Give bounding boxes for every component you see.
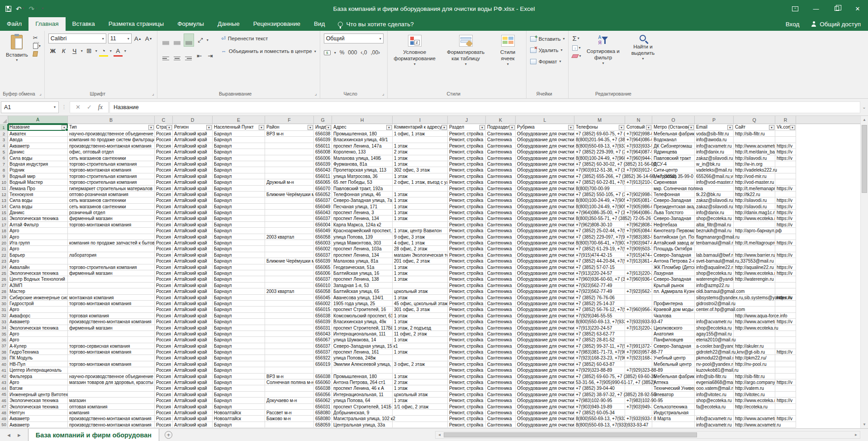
cell-A3[interactable]: Авода (8, 137, 68, 143)
cell-H30[interactable]: 1905 года улица, 25 (332, 301, 393, 307)
cell-K40[interactable]: Сантехника (486, 361, 516, 367)
cell-L19[interactable]: Оборудование для очистки воды (516, 234, 574, 240)
cell-H9[interactable]: улица Матросова, 36 (332, 173, 393, 179)
cell-H4[interactable]: проспект Ленина, 147а (332, 143, 393, 149)
cell-H29[interactable]: Аванесова улица, 134/1 (332, 295, 393, 301)
cell-H3[interactable]: Власихинская улица, 49/1 (332, 137, 393, 143)
underline-dropdown-icon[interactable]: ▾ (81, 49, 83, 53)
cell-P6[interactable]: zakaz@silavodi.ru (695, 155, 734, 161)
row-header-29[interactable]: 29 (0, 295, 8, 301)
cell-L5[interactable]: Оборудование для очистки воды (516, 149, 574, 155)
align-middle-button[interactable] (172, 34, 182, 46)
borders-button[interactable]: ⊞ (85, 46, 94, 55)
cell-C37[interactable]: Россия (155, 343, 173, 349)
cell-E36[interactable]: Барнаул (213, 337, 265, 343)
cell-G36[interactable]: 656067 (314, 337, 332, 343)
cell-A18[interactable]: Арго (8, 228, 68, 234)
cell-B6[interactable]: сеть магазинов сантехники (68, 155, 155, 161)
cell-H10[interactable]: 65 лет Победы, 53 (332, 179, 393, 185)
cell-G35[interactable]: 656043 (314, 331, 332, 337)
cell-A10[interactable]: Водный Мастер (8, 179, 68, 185)
cell-C45[interactable]: Россия (155, 392, 173, 398)
cell-K6[interactable]: Сантехника (486, 155, 516, 161)
cell-F6[interactable] (265, 155, 314, 161)
cell-I29[interactable]: 1 этаж (393, 295, 448, 301)
cell-L13[interactable]: Оборудование для очистки воды (516, 197, 574, 203)
cell-M46[interactable]: +7(983)102-90-95 (574, 398, 625, 403)
cell-B11[interactable]: гипермаркет строительных материалов (68, 186, 155, 192)
cell-A38[interactable]: ГидроТехника (8, 349, 68, 355)
cell-F47[interactable] (265, 404, 314, 410)
cell-Q3[interactable] (734, 137, 775, 143)
cell-P5[interactable]: info@danix.ru (695, 149, 734, 155)
cell-L34[interactable]: Оборудование для очистки воды (516, 325, 574, 331)
cell-P31[interactable]: center.of.hp@gmail.com (695, 307, 734, 312)
cell-P30[interactable]: gidrostroi2@mail.ru (695, 301, 734, 307)
cell-A6[interactable]: Сила воды (8, 155, 68, 161)
cell-G5[interactable]: 656008 (314, 149, 332, 155)
cell-C25[interactable]: Россия (155, 270, 173, 276)
cell-K3[interactable]: Сантехника (486, 137, 516, 143)
cell-J36[interactable]: Ремонт, стройка (448, 337, 486, 343)
restore-button[interactable] (826, 0, 847, 17)
tab-formulas[interactable]: Формулы (171, 17, 211, 31)
cell-N4[interactable]: +7(933)933-93-47 (625, 143, 652, 149)
cell-B29[interactable]: монтажная компания (68, 295, 155, 301)
cell-K39[interactable]: Сантехника (486, 355, 516, 361)
cell-H37[interactable]: Северо-Западная улица, 15 к1 (332, 343, 393, 349)
cell-J38[interactable]: Ремонт, стройка (448, 349, 486, 355)
cell-G26[interactable]: 656037 (314, 276, 332, 282)
cancel-entry-button[interactable]: ✕ (76, 104, 81, 110)
cell-Q43[interactable]: http://argo.company (734, 379, 775, 385)
cell-K47[interactable]: Сантехника (486, 404, 516, 410)
cell-D41[interactable]: Алтайский край (173, 367, 213, 373)
cell-Q18[interactable]: http://арго-барнаул.рф (734, 228, 775, 234)
cell-C26[interactable]: Россия (155, 276, 173, 282)
cell-M4[interactable]: 8(800)550-69-13, +7(933)933-93-47 (574, 143, 625, 149)
cell-E13[interactable]: Барнаул (213, 197, 265, 203)
cell-R47[interactable] (775, 404, 796, 410)
filter-dropdown-icon[interactable]: ▼ (769, 125, 774, 130)
row-header-27[interactable]: 27 (0, 283, 8, 288)
cell-G18[interactable]: 656049 (314, 228, 332, 234)
cell-H31[interactable]: проспект Строителей, 16 (332, 307, 393, 312)
share-button[interactable]: Общий доступ (811, 21, 861, 28)
cell-K43[interactable]: Сантехника (486, 379, 516, 385)
cell-R31[interactable] (775, 307, 796, 312)
cell-A15[interactable]: Даникс (8, 210, 68, 216)
header-cell-F1[interactable]: Район▼ (265, 124, 314, 131)
cell-O31[interactable]: Краевой дом моды (652, 307, 695, 312)
column-header-P[interactable]: P (695, 116, 734, 124)
cell-J24[interactable]: Ремонт, стройка (448, 264, 486, 270)
cell-M29[interactable]: +7 (3852) 76-76-06 (574, 295, 625, 301)
cell-J45[interactable]: Ремонт, стройка (448, 392, 486, 398)
cell-M7[interactable]: +7 (3852) 60-30-02, +7 (3852) 31-56-00 (574, 161, 625, 167)
cell-R6[interactable]: https://v (775, 155, 796, 161)
cell-M37[interactable]: +7 (3852) 99-37-11, +7(991)372-70-15, (574, 343, 625, 349)
cell-E40[interactable]: Барнаул (213, 361, 265, 367)
cell-O20[interactable]: Алтайский завод агрегатов (652, 240, 695, 246)
cell-P50[interactable]: info@acvametr.ru (695, 422, 734, 428)
cell-O35[interactable]: Анатолия (652, 331, 695, 337)
vertical-scroll-thumb[interactable] (862, 125, 867, 193)
cell-E4[interactable]: Барнаул (213, 143, 265, 149)
cell-G42[interactable]: 656038 (314, 374, 332, 379)
cell-E6[interactable]: Барнаул (213, 155, 265, 161)
cell-F14[interactable] (265, 204, 314, 210)
column-header-L[interactable]: L (516, 116, 574, 124)
cell-L28[interactable]: Оборудование для очистки воды (516, 288, 574, 294)
cell-N26[interactable]: +7(960)936-60-60 (625, 276, 652, 282)
cell-C50[interactable]: Россия (155, 422, 173, 428)
cell-A41[interactable]: Цептер Интернациональ (8, 367, 68, 373)
cell-L49[interactable]: Оборудование для очистки воды (516, 416, 574, 422)
cell-B44[interactable] (68, 385, 155, 391)
cell-E50[interactable]: Барнаул (213, 422, 265, 428)
column-header-I[interactable]: I (393, 116, 448, 124)
cell-R14[interactable]: https://v (775, 204, 796, 210)
cell-G10[interactable]: 656065 (314, 179, 332, 185)
cell-L44[interactable]: Оборудование для очистки воды (516, 385, 574, 391)
cell-H11[interactable]: Павловский тракт, 192а (332, 186, 393, 192)
cell-M11[interactable]: 8(800)700-00-99 (574, 186, 625, 192)
cell-C27[interactable]: Россия (155, 283, 173, 288)
cell-N34[interactable]: +7(913)220-24-57 (625, 325, 652, 331)
